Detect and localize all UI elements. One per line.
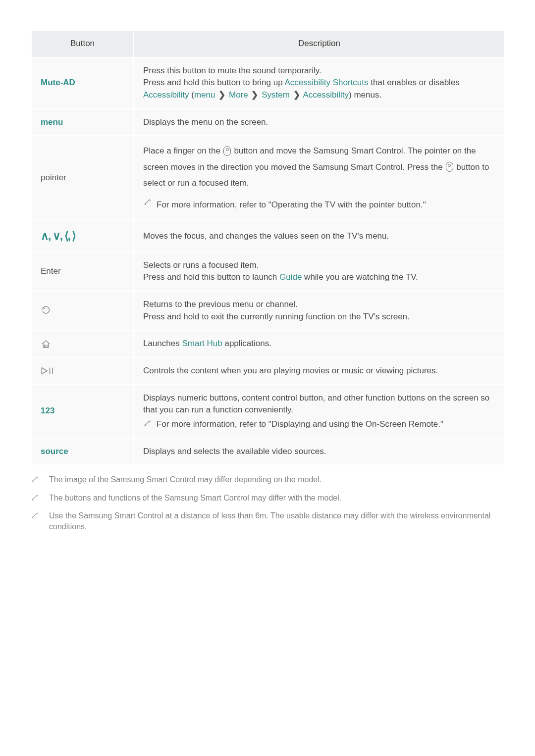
link-accessibility[interactable]: Accessibility — [143, 90, 189, 100]
text: Launches — [143, 339, 182, 348]
table-row: Enter Selects or runs a focused item. Pr… — [32, 252, 504, 291]
desc-menu: Displays the menu on the screen. — [134, 109, 504, 136]
desc-playpause: Controls the content when you are playin… — [134, 358, 504, 384]
note-icon — [31, 511, 39, 519]
note-text: For more information, refer to "Displayi… — [157, 418, 443, 431]
button-label-123: 123 — [41, 406, 54, 415]
link-accessibility-shortcuts[interactable]: Accessibility Shortcuts — [284, 78, 368, 87]
table-row: Returns to the previous menu or channel.… — [32, 292, 504, 330]
text: while you are watching the TV. — [302, 272, 418, 282]
note-icon — [31, 475, 39, 483]
table-row: Controls the content when you are playin… — [32, 358, 504, 384]
col-header-button: Button — [32, 31, 133, 57]
link-smart-hub[interactable]: Smart Hub — [182, 339, 222, 348]
path-more: More — [229, 90, 248, 100]
button-label-mute-ad: Mute-AD — [41, 78, 75, 87]
path-menu: menu — [194, 90, 215, 100]
path-system: System — [262, 90, 290, 100]
table-row: ∧, ∨, ⟨, ⟩ Moves the focus, and changes … — [32, 221, 504, 251]
footnote-row: Use the Samsung Smart Control at a dista… — [31, 510, 505, 533]
path-accessibility: Accessibility — [303, 90, 349, 100]
link-guide[interactable]: Guide — [279, 272, 302, 282]
text: Displays numeric buttons, content contro… — [143, 393, 489, 415]
note-icon — [143, 419, 152, 427]
text: applications. — [222, 339, 271, 348]
button-label-arrows: ∧, ∨, ⟨, ⟩ — [41, 229, 75, 242]
text: that enables or disables — [369, 78, 460, 87]
button-label-source: source — [41, 447, 68, 456]
text: Place a finger on the — [143, 146, 223, 155]
desc-return: Returns to the previous menu or channel.… — [134, 292, 504, 330]
text: Selects or runs a focused item. — [143, 260, 259, 270]
footnote-text: The buttons and functions of the Samsung… — [49, 493, 505, 504]
chevron-right-icon: ❯ — [217, 89, 226, 101]
desc-source: Displays and selects the available video… — [134, 439, 504, 465]
text: Press this button to mute the sound temp… — [143, 66, 321, 75]
desc-enter: Selects or runs a focused item. Press an… — [134, 252, 504, 291]
desc-mute-ad: Press this button to mute the sound temp… — [134, 58, 504, 108]
chevron-right-icon: ❯ — [292, 89, 301, 101]
table-row: menu Displays the menu on the screen. — [32, 109, 504, 136]
return-icon — [41, 305, 51, 316]
footnotes: The image of the Samsung Smart Control m… — [31, 474, 505, 533]
table-row: Mute-AD Press this button to mute the so… — [32, 58, 504, 108]
play-pause-icon — [41, 366, 54, 375]
table-row: Launches Smart Hub applications. — [32, 331, 504, 357]
footnote-text: The image of the Samsung Smart Control m… — [49, 474, 505, 485]
button-label-pointer: pointer — [41, 173, 66, 182]
table-row: pointer Place a finger on the button and… — [32, 136, 504, 220]
desc-arrows: Moves the focus, and changes the values … — [134, 221, 504, 251]
desc-123: Displays numeric buttons, content contro… — [134, 385, 504, 438]
button-label-enter: Enter — [41, 266, 61, 276]
note-text: For more information, refer to "Operatin… — [157, 197, 426, 213]
table-row: 123 Displays numeric buttons, content co… — [32, 385, 504, 438]
text: Returns to the previous menu or channel. — [143, 300, 298, 309]
text: Press and hold this button to launch — [143, 272, 279, 282]
text: ) menus. — [349, 90, 381, 100]
col-header-description: Description — [134, 31, 504, 57]
chevron-right-icon: ❯ — [250, 89, 259, 101]
pointer-button-icon — [445, 161, 454, 172]
remote-buttons-table: Button Description Mute-AD Press this bu… — [31, 30, 505, 465]
text: Press and hold to exit the currently run… — [143, 312, 410, 321]
desc-home: Launches Smart Hub applications. — [134, 331, 504, 357]
table-row: source Displays and selects the availabl… — [32, 439, 504, 465]
footnote-row: The buttons and functions of the Samsung… — [31, 493, 505, 504]
button-label-menu: menu — [41, 117, 63, 127]
footnote-row: The image of the Samsung Smart Control m… — [31, 474, 505, 485]
smart-hub-icon — [41, 339, 51, 349]
note-icon — [143, 198, 152, 206]
text: ( — [189, 90, 194, 100]
note-icon — [31, 493, 39, 502]
footnote-text: Use the Samsung Smart Control at a dista… — [49, 510, 505, 533]
pointer-button-icon — [223, 146, 232, 156]
desc-pointer: Place a finger on the button and move th… — [134, 136, 504, 220]
text: Press and hold this button to bring up — [143, 78, 284, 87]
